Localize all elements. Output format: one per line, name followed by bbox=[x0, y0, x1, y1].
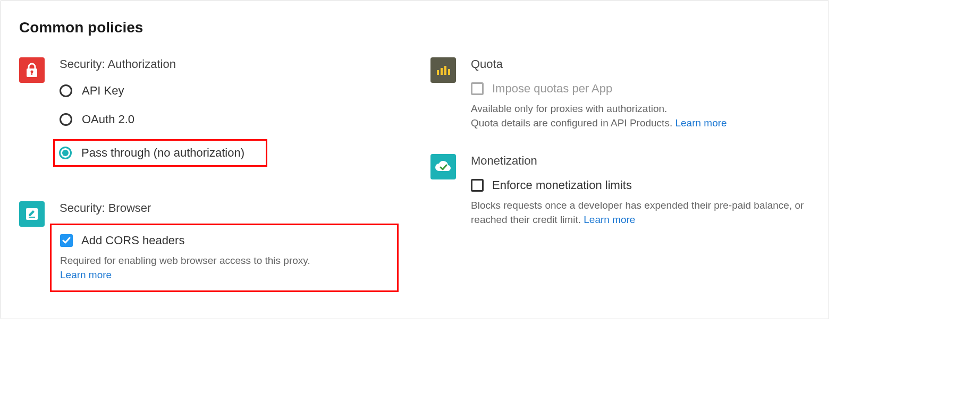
radio-oauth-label: OAuth 2.0 bbox=[82, 113, 134, 126]
monetization-title: Monetization bbox=[471, 154, 810, 168]
radio-icon bbox=[60, 84, 72, 97]
right-column: Quota Impose quotas per App Available on… bbox=[430, 57, 810, 292]
radio-api-key[interactable]: API Key bbox=[60, 82, 399, 100]
radio-passthrough-label: Pass through (no authorization) bbox=[81, 146, 244, 160]
cors-learn-more-link[interactable]: Learn more bbox=[60, 269, 112, 280]
checkbox-quota: Impose quotas per App bbox=[471, 82, 810, 96]
security-browser-title: Security: Browser bbox=[60, 201, 399, 215]
radio-icon bbox=[59, 147, 72, 159]
svg-rect-7 bbox=[448, 69, 450, 75]
monetization-section: Monetization Enforce monetization limits… bbox=[430, 154, 810, 227]
quota-section: Quota Impose quotas per App Available on… bbox=[430, 57, 810, 130]
radio-api-key-label: API Key bbox=[82, 84, 124, 98]
monetization-description: Blocks requests once a developer has exp… bbox=[471, 199, 810, 227]
quota-learn-more-link[interactable]: Learn more bbox=[675, 117, 726, 129]
monetization-learn-more-link[interactable]: Learn more bbox=[584, 214, 635, 225]
pencil-icon bbox=[19, 201, 45, 227]
quota-desc-line1: Available only for proxies with authoriz… bbox=[471, 103, 667, 114]
quota-description: Available only for proxies with authoriz… bbox=[471, 102, 810, 130]
monetization-desc-text: Blocks requests once a developer has exp… bbox=[471, 200, 804, 225]
panel-heading: Common policies bbox=[19, 19, 810, 36]
common-policies-panel: Common policies Security: Authorization bbox=[0, 0, 829, 319]
checkbox-monetization-label: Enforce monetization limits bbox=[492, 178, 632, 192]
lock-icon bbox=[19, 57, 45, 83]
checkbox-icon bbox=[471, 179, 484, 192]
left-column: Security: Authorization API Key OAuth 2.… bbox=[19, 57, 399, 292]
browser-highlight: Add CORS headers Required for enabling w… bbox=[50, 224, 399, 292]
security-authorization-title: Security: Authorization bbox=[60, 57, 399, 71]
svg-rect-5 bbox=[441, 68, 443, 75]
bars-icon bbox=[430, 57, 456, 83]
cors-description: Required for enabling web browser access… bbox=[60, 254, 386, 282]
security-authorization-section: Security: Authorization API Key OAuth 2.… bbox=[19, 57, 399, 177]
cloud-check-icon bbox=[430, 154, 456, 179]
svg-rect-4 bbox=[437, 70, 439, 75]
radio-passthrough[interactable]: Pass through (no authorization) bbox=[59, 144, 244, 162]
quota-desc-line2: Quota details are configured in API Prod… bbox=[471, 117, 675, 129]
security-browser-section: Security: Browser Add CORS headers Requi… bbox=[19, 201, 399, 292]
checkbox-icon bbox=[471, 82, 484, 95]
cors-desc-text: Required for enabling web browser access… bbox=[60, 255, 310, 266]
checkbox-cors[interactable]: Add CORS headers bbox=[60, 234, 386, 247]
svg-rect-6 bbox=[444, 66, 446, 75]
quota-title: Quota bbox=[471, 57, 810, 71]
radio-icon bbox=[60, 113, 72, 126]
checkbox-cors-label: Add CORS headers bbox=[81, 234, 184, 247]
radio-oauth[interactable]: OAuth 2.0 bbox=[60, 110, 399, 129]
checkbox-icon bbox=[60, 234, 73, 247]
svg-rect-2 bbox=[31, 72, 32, 75]
checkbox-monetization[interactable]: Enforce monetization limits bbox=[471, 178, 810, 192]
radio-passthrough-highlight: Pass through (no authorization) bbox=[53, 139, 267, 167]
checkbox-quota-label: Impose quotas per App bbox=[492, 82, 612, 96]
